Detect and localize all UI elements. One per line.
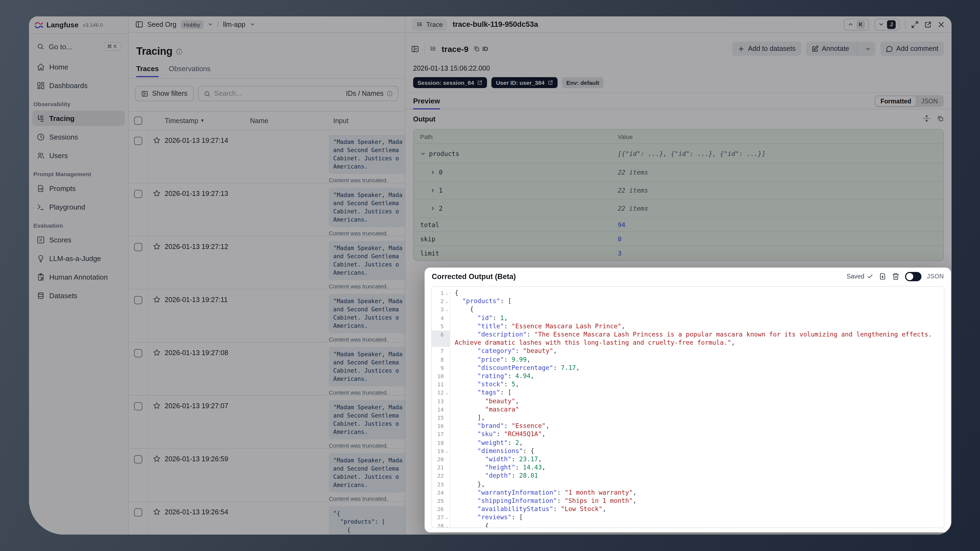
editor-gutter: 7 bbox=[432, 347, 450, 355]
editor-code-line: "warrantyInformation": "1 month warranty… bbox=[450, 489, 944, 497]
editor-line-22[interactable]: 22 "depth": 28.01 bbox=[432, 472, 944, 480]
editor-code-line: ], bbox=[450, 414, 944, 422]
editor-line-16[interactable]: 16 "brand": "Essence", bbox=[432, 422, 944, 430]
editor-line-21[interactable]: 21 "height": 14.43, bbox=[432, 464, 944, 472]
editor-line-17[interactable]: 17 "sku": "RCH45Q1A", bbox=[432, 430, 944, 439]
editor-code-line: "availabilityStatus": "Low Stock", bbox=[450, 505, 944, 514]
fold-chevron-icon[interactable]: ⌄ bbox=[444, 389, 449, 397]
fold-chevron-icon[interactable]: ⌄ bbox=[444, 514, 449, 522]
editor-line-6[interactable]: 6 "description": "The Essence Mascara La… bbox=[432, 331, 944, 347]
fold-chevron-icon[interactable]: ⌄ bbox=[444, 289, 449, 297]
editor-line-24[interactable]: 24 "warrantyInformation": "1 month warra… bbox=[432, 489, 944, 497]
editor-line-23[interactable]: 23 }, bbox=[432, 480, 944, 488]
editor-code-line: "category": "beauty", bbox=[450, 347, 944, 355]
editor-line-8[interactable]: 8 "price": 9.99, bbox=[432, 355, 944, 364]
editor-line-10[interactable]: 10 "rating": 4.94, bbox=[432, 372, 944, 380]
editor-gutter: 10 bbox=[432, 372, 450, 380]
export-file-icon[interactable] bbox=[878, 272, 886, 280]
editor-code-line: "tags": [ bbox=[450, 389, 944, 397]
editor-line-11[interactable]: 11 "stock": 5, bbox=[432, 380, 944, 389]
editor-code-line: }, bbox=[450, 480, 944, 488]
editor-code-line: "height": 14.43, bbox=[450, 464, 944, 472]
editor-gutter: 22 bbox=[432, 472, 450, 480]
editor-line-2[interactable]: 2⌄ "products": [ bbox=[432, 297, 944, 305]
editor-line-4[interactable]: 4 "id": 1, bbox=[432, 314, 944, 322]
editor-line-27[interactable]: 27⌄ "reviews": [ bbox=[432, 514, 944, 522]
json-toggle-label: JSON bbox=[927, 273, 944, 280]
editor-line-20[interactable]: 20 "width": 23.17, bbox=[432, 455, 944, 463]
editor-code-line: "beauty", bbox=[450, 397, 944, 405]
editor-gutter: 27⌄ bbox=[432, 514, 450, 522]
editor-line-1[interactable]: 1⌄{ bbox=[432, 289, 944, 297]
editor-line-26[interactable]: 26 "availabilityStatus": "Low Stock", bbox=[432, 505, 944, 514]
check-icon bbox=[867, 273, 873, 280]
corrected-output-title: Corrected Output (Beta) bbox=[432, 272, 841, 280]
editor-line-12[interactable]: 12⌄ "tags": [ bbox=[432, 389, 944, 397]
editor-line-7[interactable]: 7 "category": "beauty", bbox=[432, 347, 944, 355]
editor-gutter: 19⌄ bbox=[432, 447, 450, 455]
editor-line-19[interactable]: 19⌄ "dimensions": { bbox=[432, 447, 944, 455]
editor-line-18[interactable]: 18 "weight": 2, bbox=[432, 439, 944, 447]
editor-code-line: "mascara" bbox=[450, 406, 944, 414]
editor-line-3[interactable]: 3⌄ { bbox=[432, 306, 944, 314]
editor-gutter: 21 bbox=[432, 464, 450, 472]
editor-line-15[interactable]: 15 ], bbox=[432, 414, 944, 422]
editor-code-line: "price": 9.99, bbox=[450, 355, 944, 364]
editor-gutter: 23 bbox=[432, 480, 450, 488]
editor-gutter: 4 bbox=[432, 314, 450, 322]
editor-gutter: 1⌄ bbox=[432, 289, 450, 297]
editor-gutter: 12⌄ bbox=[432, 389, 450, 397]
editor-code-line: "id": 1, bbox=[450, 314, 944, 322]
editor-gutter: 6 bbox=[432, 331, 450, 347]
editor-line-28[interactable]: 28⌄ { bbox=[432, 522, 944, 528]
corrected-output-editor[interactable]: 1⌄{2⌄ "products": [3⌄ {4 "id": 1,5 "titl… bbox=[431, 286, 945, 528]
editor-gutter: 14 bbox=[432, 406, 450, 414]
trash-icon[interactable] bbox=[892, 272, 899, 280]
editor-gutter: 28⌄ bbox=[432, 522, 450, 528]
editor-code-line: "depth": 28.01 bbox=[450, 472, 944, 480]
editor-code-line: "title": "Essence Mascara Lash Prince", bbox=[450, 322, 944, 331]
editor-gutter: 13 bbox=[432, 397, 450, 405]
editor-code-line: "discountPercentage": 7.17, bbox=[450, 364, 944, 372]
editor-gutter: 17 bbox=[432, 430, 450, 439]
app-window: Langfuse v3.146.0 Go to... ⌘ K HomeDashb… bbox=[29, 16, 951, 535]
editor-code-line: "description": "The Essence Mascara Lash… bbox=[450, 331, 944, 347]
editor-gutter: 2⌄ bbox=[432, 297, 450, 305]
editor-code-line: "stock": 5, bbox=[450, 380, 944, 389]
editor-gutter: 3⌄ bbox=[432, 306, 450, 314]
editor-code-line: "reviews": [ bbox=[450, 514, 944, 522]
editor-gutter: 11 bbox=[432, 380, 450, 389]
editor-code-line: { bbox=[450, 522, 944, 528]
editor-line-25[interactable]: 25 "shippingInformation": "Ships in 1 mo… bbox=[432, 497, 944, 505]
editor-line-14[interactable]: 14 "mascara" bbox=[432, 406, 944, 414]
editor-code-line: "dimensions": { bbox=[450, 447, 944, 455]
editor-gutter: 20 bbox=[432, 455, 450, 463]
fold-chevron-icon[interactable]: ⌄ bbox=[444, 306, 449, 314]
editor-code-line: "shippingInformation": "Ships in 1 month… bbox=[450, 497, 944, 505]
editor-code-line: "products": [ bbox=[450, 297, 944, 305]
editor-gutter: 16 bbox=[432, 422, 450, 430]
editor-code-line: "rating": 4.94, bbox=[450, 372, 944, 380]
editor-gutter: 5 bbox=[432, 322, 450, 331]
editor-gutter: 24 bbox=[432, 489, 450, 497]
editor-line-5[interactable]: 5 "title": "Essence Mascara Lash Prince"… bbox=[432, 322, 944, 331]
editor-gutter: 18 bbox=[432, 439, 450, 447]
editor-code-line: { bbox=[450, 306, 944, 314]
fold-chevron-icon[interactable]: ⌄ bbox=[444, 522, 449, 528]
editor-gutter: 25 bbox=[432, 497, 450, 505]
corrected-output-sheet: Corrected Output (Beta) Saved JSON 1⌄{2⌄… bbox=[425, 268, 951, 532]
editor-code-line: "sku": "RCH45Q1A", bbox=[450, 430, 944, 439]
editor-gutter: 9 bbox=[432, 364, 450, 372]
saved-status: Saved bbox=[846, 273, 873, 280]
fold-chevron-icon[interactable]: ⌄ bbox=[444, 447, 449, 455]
editor-line-9[interactable]: 9 "discountPercentage": 7.17, bbox=[432, 364, 944, 372]
editor-gutter: 15 bbox=[432, 414, 450, 422]
json-view-toggle[interactable] bbox=[905, 272, 921, 281]
editor-code-line: "brand": "Essence", bbox=[450, 422, 944, 430]
fold-chevron-icon[interactable]: ⌄ bbox=[444, 297, 449, 305]
editor-gutter: 26 bbox=[432, 505, 450, 514]
editor-code-line: "weight": 2, bbox=[450, 439, 944, 447]
editor-line-13[interactable]: 13 "beauty", bbox=[432, 397, 944, 405]
desktop-background: Langfuse v3.146.0 Go to... ⌘ K HomeDashb… bbox=[0, 0, 980, 551]
editor-code-line: "width": 23.17, bbox=[450, 455, 944, 463]
